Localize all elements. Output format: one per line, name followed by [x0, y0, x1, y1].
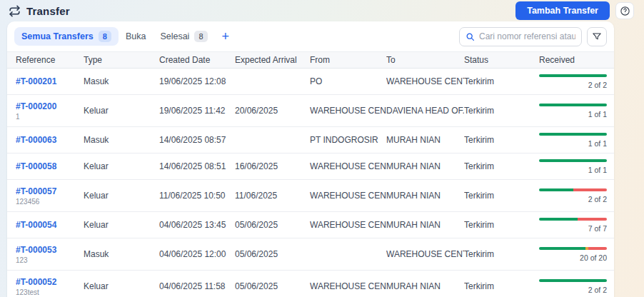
reference-link[interactable]: #T-000057: [16, 186, 79, 196]
type-cell: Keluar: [84, 161, 159, 171]
status-cell: Terkirim: [464, 76, 539, 86]
progress-segment: [539, 188, 573, 191]
received-progress-bar: [539, 104, 607, 106]
to-cell: MURAH NIAN: [386, 191, 464, 201]
received-count: 20 of 20: [580, 253, 607, 262]
search-input[interactable]: [479, 31, 575, 41]
expected-arrival-cell: 20/06/2025: [235, 106, 310, 116]
received-cell: 2 of 2: [539, 279, 614, 294]
filter-button[interactable]: [587, 27, 607, 46]
received-cell: 2 of 2: [539, 188, 614, 203]
created-date-cell: 04/06/2025 11:58: [159, 281, 235, 291]
add-transfer-button[interactable]: Tambah Transfer: [515, 1, 610, 20]
tab-label: Semua Transfers: [21, 31, 94, 41]
col-header-created-date: Created Date: [159, 55, 235, 65]
type-cell: Keluar: [84, 220, 159, 230]
table-row[interactable]: #T-000052123testKeluar04/06/2025 11:5805…: [7, 271, 614, 297]
to-cell: MURAH NIAN: [386, 220, 464, 230]
reference-link[interactable]: #T-000053: [16, 245, 79, 255]
table-row[interactable]: #T-0002001Keluar19/06/2025 11:4220/06/20…: [7, 95, 614, 127]
to-cell: MURAH NIAN: [386, 135, 464, 145]
tab-count-badge: 8: [194, 31, 207, 42]
col-header-to: To: [386, 55, 464, 65]
table-row[interactable]: #T-000063Masuk14/06/2025 08:57PT INDOGRO…: [7, 127, 614, 153]
from-cell: PT INDOGROSIR: [310, 135, 386, 145]
help-button[interactable]: [615, 2, 634, 19]
created-date-cell: 14/06/2025 08:51: [159, 161, 235, 171]
progress-segment: [539, 218, 578, 221]
reference-cell: #T-000057123456: [7, 186, 84, 206]
received-cell: 1 of 1: [539, 133, 614, 148]
tab-selesai[interactable]: Selesai 8: [153, 27, 214, 46]
created-date-cell: 14/06/2025 08:57: [159, 135, 235, 145]
progress-segment: [539, 133, 607, 136]
reference-link[interactable]: #T-000063: [16, 135, 79, 145]
expected-arrival-cell: 05/06/2025: [235, 220, 310, 230]
progress-segment: [539, 104, 607, 106]
reference-tag: 123test: [16, 288, 79, 296]
reference-cell: #T-000201: [7, 76, 84, 86]
status-cell: Terkirim: [464, 281, 539, 291]
filter-icon: [592, 31, 602, 41]
reference-link[interactable]: #T-000058: [16, 161, 79, 171]
type-cell: Masuk: [84, 135, 159, 145]
tab-count-badge: 8: [99, 31, 111, 42]
reference-link[interactable]: #T-000200: [16, 101, 79, 111]
created-date-cell: 04/06/2025 13:45: [159, 220, 235, 230]
search-box: [459, 27, 582, 46]
expected-arrival-cell: 05/06/2025: [235, 249, 310, 259]
tab-buka[interactable]: Buka: [119, 28, 154, 45]
search-icon: [466, 32, 475, 41]
reference-cell: #T-000054: [7, 220, 84, 230]
progress-segment: [578, 218, 607, 221]
reference-link[interactable]: #T-000201: [16, 76, 79, 86]
received-count: 1 of 1: [588, 110, 607, 119]
tabs-toolbar: Semua Transfers 8 Buka Selesai 8 +: [7, 21, 614, 49]
table-row[interactable]: #T-000057123456Keluar11/06/2025 10:5011/…: [7, 180, 614, 212]
created-date-cell: 19/06/2025 11:42: [159, 106, 235, 116]
to-cell: WAREHOUSE CENT...: [386, 249, 464, 259]
table-row[interactable]: #T-000058Keluar14/06/2025 08:5116/06/202…: [7, 153, 614, 180]
col-header-from: From: [310, 55, 386, 65]
progress-segment: [539, 247, 585, 250]
type-cell: Masuk: [84, 249, 159, 259]
type-cell: Masuk: [84, 76, 159, 86]
transfer-card: Semua Transfers 8 Buka Selesai 8 +: [7, 21, 614, 297]
received-count: 1 of 1: [588, 166, 607, 174]
progress-segment: [573, 188, 608, 191]
col-header-expected-arrival: Expected Arrival: [235, 55, 310, 65]
status-cell: Terkirim: [464, 249, 539, 259]
received-cell: 1 of 1: [539, 159, 614, 174]
status-cell: Terkirim: [464, 135, 539, 145]
table-row[interactable]: #T-000053123Masuk04/06/2025 12:0005/06/2…: [7, 238, 614, 271]
type-cell: Keluar: [84, 191, 159, 201]
col-header-received: Received: [539, 55, 614, 65]
table-header-row: Reference Type Created Date Expected Arr…: [7, 51, 614, 69]
table-row[interactable]: #T-000201Masuk19/06/2025 12:08POWAREHOUS…: [7, 69, 614, 95]
help-icon: [620, 6, 630, 16]
col-header-reference: Reference: [7, 55, 84, 65]
from-cell: PO: [310, 76, 386, 86]
type-cell: Keluar: [84, 106, 159, 116]
transfer-table: Reference Type Created Date Expected Arr…: [7, 51, 614, 297]
received-progress-bar: [539, 159, 607, 162]
status-cell: Terkirim: [464, 106, 539, 116]
created-date-cell: 19/06/2025 12:08: [159, 76, 235, 86]
transfer-icon: [9, 5, 21, 17]
received-count: 2 of 2: [588, 195, 607, 203]
status-cell: Terkirim: [464, 161, 539, 171]
table-body: #T-000201Masuk19/06/2025 12:08POWAREHOUS…: [7, 69, 614, 297]
received-progress-bar: [539, 133, 607, 136]
reference-tag: 123: [16, 256, 79, 264]
received-progress-bar: [539, 218, 607, 221]
to-cell: DAVIENA HEAD OF...: [386, 106, 464, 116]
tab-semua-transfers[interactable]: Semua Transfers 8: [14, 27, 119, 46]
add-view-button[interactable]: +: [215, 30, 237, 43]
expected-arrival-cell: 16/06/2025: [235, 161, 310, 171]
reference-link[interactable]: #T-000054: [16, 220, 79, 230]
table-row[interactable]: #T-000054Keluar04/06/2025 13:4505/06/202…: [7, 212, 614, 238]
top-header: Transfer Tambah Transfer: [0, 0, 644, 21]
reference-link[interactable]: #T-000052: [16, 277, 79, 287]
status-cell: Terkirim: [464, 191, 539, 201]
type-cell: Keluar: [84, 281, 159, 291]
